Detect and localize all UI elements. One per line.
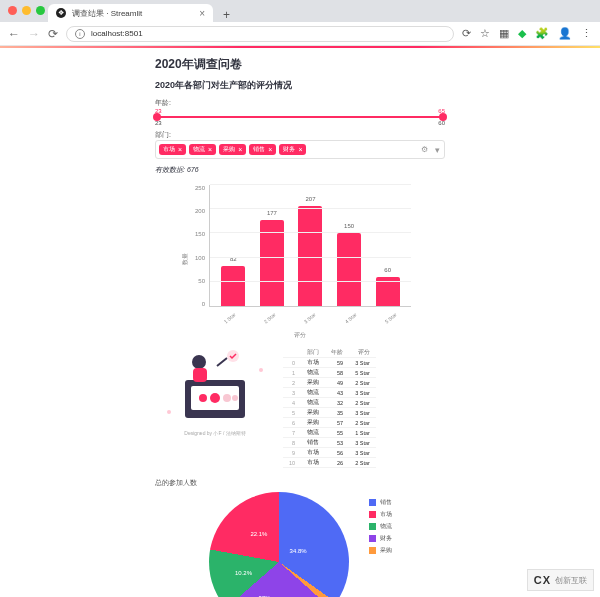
table-row: 8销售533 Star: [283, 438, 376, 448]
table-header: 评分: [349, 348, 376, 358]
pie-label-0: 34.8%: [290, 548, 307, 554]
close-window-button[interactable]: [8, 6, 17, 15]
legend-item: 采购: [369, 546, 392, 555]
pie-label-1: 22.1%: [250, 531, 267, 537]
table-row: 7物流551 Star: [283, 428, 376, 438]
legend-item: 市场: [369, 510, 392, 519]
address-bar[interactable]: i localhost:8501: [66, 26, 454, 42]
page-title: 2020年调查问卷: [155, 56, 445, 73]
valid-count: 有效数据: 676: [155, 165, 445, 175]
pie-section-label: 总的参加人数: [155, 478, 445, 488]
update-icon[interactable]: ⟳: [462, 27, 471, 40]
slider-thumb-high[interactable]: [439, 113, 447, 121]
illustration: Designed by 小F / 法纳斯特: [155, 348, 275, 448]
age-slider-label: 年龄:: [155, 98, 445, 108]
chip-remove-icon[interactable]: ×: [208, 146, 212, 153]
data-table: 部门年龄评分 0市场593 Star1物流585 Star2采购492 Star…: [283, 348, 376, 468]
table-row: 2采购492 Star: [283, 378, 376, 388]
table-row: 9市场563 Star: [283, 448, 376, 458]
legend-item: 物流: [369, 522, 392, 531]
chevron-down-icon[interactable]: ▾: [435, 145, 440, 155]
chip-remove-icon[interactable]: ×: [298, 146, 302, 153]
browser-tab[interactable]: ❖ 调查结果 · Streamlit ×: [48, 4, 213, 22]
bar: 150: [337, 233, 361, 306]
svg-point-6: [192, 355, 206, 369]
watermark: CX 创新互联: [527, 569, 594, 591]
reload-button[interactable]: ⟳: [48, 27, 58, 41]
star-icon[interactable]: ☆: [480, 27, 490, 40]
browser-toolbar: ← → ⟳ i localhost:8501 ⟳ ☆ ▦ ◆ 🧩 👤 ⋮: [0, 22, 600, 46]
svg-point-4: [223, 394, 231, 402]
table-row: 4物流322 Star: [283, 398, 376, 408]
dept-chip[interactable]: 采购×: [219, 144, 246, 155]
table-row: 3物流433 Star: [283, 388, 376, 398]
ratings-bar-chart: 数量 250200150100500 8217720715060 1 Star2…: [185, 179, 415, 329]
participation-pie-chart: 34.8% 1.77% 37% 10.2% 22.1%: [209, 492, 349, 597]
table-header: 部门: [301, 348, 325, 358]
tab-title: 调查结果 · Streamlit: [72, 8, 142, 19]
window-controls: [8, 6, 45, 15]
svg-point-3: [210, 393, 220, 403]
page-subtitle: 2020年各部门对生产部的评分情况: [155, 79, 445, 92]
back-button[interactable]: ←: [8, 27, 20, 41]
chip-remove-icon[interactable]: ×: [238, 146, 242, 153]
dept-chip[interactable]: 财务×: [279, 144, 306, 155]
url-text: localhost:8501: [91, 29, 143, 38]
close-tab-icon[interactable]: ×: [199, 8, 205, 19]
age-slider[interactable]: [155, 116, 445, 118]
site-info-icon[interactable]: i: [75, 29, 85, 39]
table-row: 10市场262 Star: [283, 458, 376, 468]
svg-point-11: [259, 368, 263, 372]
dept-multiselect[interactable]: 市场×物流×采购×销售×财务×⚙ ▾: [155, 140, 445, 159]
table-row: 5采购353 Star: [283, 408, 376, 418]
svg-line-8: [217, 358, 227, 366]
pie-legend: 销售市场物流财务采购: [369, 498, 392, 555]
chip-remove-icon[interactable]: ×: [178, 146, 182, 153]
svg-point-5: [232, 395, 238, 401]
puzzle-icon[interactable]: 🧩: [535, 27, 549, 40]
dept-chip[interactable]: 物流×: [189, 144, 216, 155]
pie-label-3: 10.2%: [235, 570, 252, 576]
multiselect-settings-icon[interactable]: ⚙: [421, 145, 428, 154]
dept-chip[interactable]: 销售×: [249, 144, 276, 155]
minimize-window-button[interactable]: [22, 6, 31, 15]
table-row: 6采购572 Star: [283, 418, 376, 428]
browser-tab-bar: ❖ 调查结果 · Streamlit × +: [0, 0, 600, 22]
dept-label: 部门:: [155, 130, 445, 140]
profile-icon[interactable]: 👤: [558, 27, 572, 40]
table-header: [283, 348, 301, 358]
chip-remove-icon[interactable]: ×: [268, 146, 272, 153]
menu-icon[interactable]: ⋮: [581, 27, 592, 40]
illustration-caption: Designed by 小F / 法纳斯特: [155, 430, 275, 436]
svg-point-10: [167, 410, 171, 414]
legend-item: 销售: [369, 498, 392, 507]
svg-rect-7: [193, 368, 207, 382]
tab-favicon: ❖: [56, 8, 66, 18]
svg-point-2: [199, 394, 207, 402]
bar: 82: [221, 266, 245, 306]
table-header: 年龄: [325, 348, 349, 358]
new-tab-button[interactable]: +: [219, 8, 234, 22]
legend-item: 财务: [369, 534, 392, 543]
forward-button[interactable]: →: [28, 27, 40, 41]
table-row: 0市场593 Star: [283, 358, 376, 368]
dept-chip[interactable]: 市场×: [159, 144, 186, 155]
bar-xlabel: 评分: [155, 331, 445, 340]
shield-icon[interactable]: ◆: [518, 27, 526, 40]
maximize-window-button[interactable]: [36, 6, 45, 15]
slider-thumb-low[interactable]: [153, 113, 161, 121]
extension-icon[interactable]: ▦: [499, 27, 509, 40]
table-row: 1物流585 Star: [283, 368, 376, 378]
